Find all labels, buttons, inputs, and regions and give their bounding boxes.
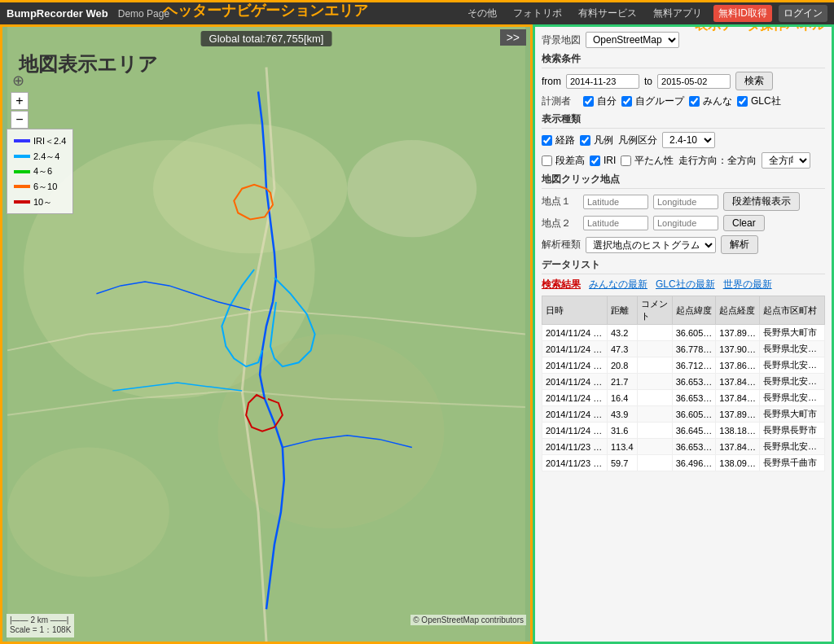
table-cell bbox=[637, 406, 672, 423]
col-distance: 距離 bbox=[608, 296, 638, 325]
search-button[interactable]: 検索 bbox=[735, 72, 773, 90]
table-cell: 113.4 bbox=[608, 439, 638, 455]
table-row[interactable]: 2014/11/23 17:50:15113.436.653…137.84…長野… bbox=[542, 439, 825, 455]
point1-info-button[interactable]: 段差情報表示 bbox=[723, 192, 800, 211]
table-row[interactable]: 2014/11/24 16:37:0943.236.605…137.89…長野県… bbox=[542, 325, 825, 341]
col-city: 起点市区町村 bbox=[760, 296, 825, 325]
legend-label-1: 2.4～4 bbox=[33, 149, 59, 164]
tab-all-latest[interactable]: みんなの最新 bbox=[589, 278, 647, 291]
nav-item-free-id[interactable]: 無料ID取得 bbox=[713, 5, 772, 22]
display-type-title: 表示種類 bbox=[542, 112, 825, 129]
table-cell bbox=[637, 455, 672, 471]
point2-lat-input[interactable] bbox=[583, 216, 648, 230]
zoom-out-button[interactable]: − bbox=[11, 111, 29, 129]
table-cell: 2014/11/24 09:01:22 bbox=[542, 423, 608, 439]
point1-row: 地点１ 段差情報表示 bbox=[542, 192, 825, 211]
map-area[interactable]: Global total:767,755[km] >> 地図表示エリア ⊕ + … bbox=[0, 24, 533, 644]
table-cell: 2014/11/24 14:35:32 bbox=[542, 357, 608, 374]
table-cell: 36.605… bbox=[672, 325, 716, 341]
table-row[interactable]: 2014/11/23 16:10:3959.736.496…138.09…長野県… bbox=[542, 455, 825, 471]
table-row[interactable]: 2014/11/24 09:01:2231.636.645…138.18…長野県… bbox=[542, 423, 825, 439]
nav-item-paid[interactable]: 有料サービス bbox=[573, 5, 642, 22]
data-tabs: 検索結果 みんなの最新 GLC社の最新 世界の最新 bbox=[542, 278, 825, 291]
tab-world-latest[interactable]: 世界の最新 bbox=[723, 278, 772, 291]
data-table: 日時 距離 コメント 起点緯度 起点経度 起点市区町村 2014/11/24 1… bbox=[542, 296, 825, 471]
table-cell: 長野県北安曇… bbox=[760, 341, 825, 357]
measurer-all-checkbox[interactable]: みんな bbox=[689, 94, 732, 108]
table-cell: 長野県千曲市 bbox=[760, 455, 825, 471]
route-checkbox[interactable]: 経路 bbox=[542, 134, 575, 147]
table-cell: 2014/11/24 09:58:55 bbox=[542, 406, 608, 423]
zoom-in-button[interactable]: + bbox=[11, 92, 29, 110]
panel-label: 表示データ操作パネル bbox=[695, 24, 825, 34]
analysis-select[interactable]: 選択地点のヒストグラム bbox=[586, 237, 716, 253]
flat-checkbox[interactable]: 平たん性 bbox=[621, 154, 674, 168]
table-cell: 36.496… bbox=[672, 455, 716, 471]
point1-lon-input[interactable] bbox=[653, 195, 718, 209]
nav-item-other[interactable]: その他 bbox=[463, 5, 502, 22]
map-click-title: 地図クリック地点 bbox=[542, 173, 825, 189]
table-row[interactable]: 2014/11/24 13:27:1721.736.653…137.84…長野県… bbox=[542, 374, 825, 390]
map-area-label: 地図表示エリア bbox=[19, 51, 158, 77]
col-comment: コメント bbox=[637, 296, 672, 325]
col-lon: 起点経度 bbox=[716, 296, 760, 325]
table-cell bbox=[637, 357, 672, 374]
polygon-checkbox[interactable]: 凡例 bbox=[580, 134, 613, 147]
table-cell: 長野県北安曇… bbox=[760, 439, 825, 455]
data-tbody: 2014/11/24 16:37:0943.236.605…137.89…長野県… bbox=[542, 325, 825, 471]
bg-map-label: 背景地図 bbox=[542, 33, 581, 47]
map-total: Global total:767,755[km] bbox=[201, 31, 332, 46]
table-cell: 59.7 bbox=[608, 455, 638, 471]
legend-range-select[interactable]: 2.4-10 bbox=[662, 132, 715, 148]
table-cell: 36.605… bbox=[672, 406, 716, 423]
table-row[interactable]: 2014/11/24 14:35:3220.836.712…137.86…長野県… bbox=[542, 357, 825, 374]
table-cell: 2014/11/24 15:20:28 bbox=[542, 341, 608, 357]
table-row[interactable]: 2014/11/24 15:20:2847.336.778…137.90…長野県… bbox=[542, 341, 825, 357]
table-cell: 36.653… bbox=[672, 390, 716, 406]
measurer-glc-checkbox[interactable]: GLC社 bbox=[737, 94, 781, 108]
map-forward-button[interactable]: >> bbox=[500, 29, 526, 46]
table-cell: 長野県北安曇… bbox=[760, 357, 825, 374]
map-scale: |—— 2 km ——| Scale = 1：108K bbox=[7, 614, 74, 637]
svg-point-4 bbox=[7, 448, 169, 577]
brand-logo: BumpRecorder Web bbox=[7, 7, 108, 20]
table-cell: 47.3 bbox=[608, 341, 638, 357]
table-cell: 36.653… bbox=[672, 439, 716, 455]
analysis-label: 解析種類 bbox=[542, 238, 581, 252]
direction-select[interactable]: 全方向 bbox=[762, 152, 810, 169]
table-row[interactable]: 2014/11/24 09:58:5543.936.605…137.89…長野県… bbox=[542, 406, 825, 423]
table-cell bbox=[637, 439, 672, 455]
table-cell: 138.09… bbox=[716, 455, 760, 471]
tab-glc-latest[interactable]: GLC社の最新 bbox=[656, 278, 715, 291]
bg-map-select[interactable]: OpenStreetMap bbox=[586, 32, 679, 48]
col-lat: 起点緯度 bbox=[672, 296, 716, 325]
clear-button[interactable]: Clear bbox=[723, 215, 765, 231]
table-cell: 137.89… bbox=[716, 406, 760, 423]
diff-checkbox[interactable]: 段差高 bbox=[542, 154, 585, 168]
tab-search-results[interactable]: 検索結果 bbox=[542, 278, 581, 291]
from-label: from bbox=[542, 76, 561, 87]
nav-item-login[interactable]: ログイン bbox=[779, 5, 827, 22]
measurer-group-checkbox[interactable]: 自グループ bbox=[621, 94, 684, 108]
table-cell: 36.653… bbox=[672, 374, 716, 390]
zoom-controls: + − bbox=[11, 92, 29, 129]
point1-lat-input[interactable] bbox=[583, 195, 648, 209]
nav-item-photo[interactable]: フォトリポ bbox=[508, 5, 567, 22]
main-layout: Global total:767,755[km] >> 地図表示エリア ⊕ + … bbox=[0, 24, 834, 644]
to-date-input[interactable] bbox=[657, 74, 731, 89]
iri-checkbox[interactable]: IRI bbox=[590, 155, 616, 166]
table-cell bbox=[637, 341, 672, 357]
analysis-button[interactable]: 解析 bbox=[721, 235, 758, 254]
point2-lon-input[interactable] bbox=[653, 216, 718, 230]
table-cell: 36.712… bbox=[672, 357, 716, 374]
from-date-input[interactable] bbox=[566, 74, 639, 89]
measurer-self-checkbox[interactable]: 自分 bbox=[583, 94, 617, 108]
point2-label: 地点２ bbox=[542, 217, 578, 230]
table-cell: 36.778… bbox=[672, 341, 716, 357]
legend-label-0: IRI＜2.4 bbox=[33, 134, 66, 149]
table-row[interactable]: 2014/11/24 11:22:2016.436.653…137.84…長野県… bbox=[542, 390, 825, 406]
table-cell: 21.7 bbox=[608, 374, 638, 390]
table-cell: 2014/11/24 11:22:20 bbox=[542, 390, 608, 406]
nav-item-free-app[interactable]: 無料アプリ bbox=[648, 5, 707, 22]
measurer-label: 計測者 bbox=[542, 94, 578, 108]
